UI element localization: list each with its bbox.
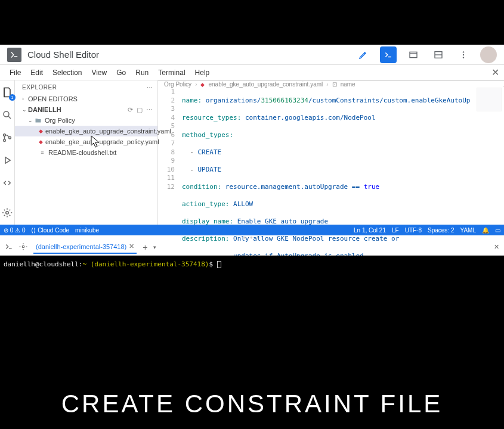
- status-problems[interactable]: ⊘ 0 ⚠ 0: [4, 227, 25, 234]
- menu-run[interactable]: Run: [131, 67, 153, 79]
- terminal-new-tab-icon[interactable]: +: [143, 243, 147, 252]
- menu-terminal[interactable]: Terminal: [153, 67, 190, 79]
- menu-file[interactable]: File: [5, 67, 26, 79]
- app-title: Cloud Shell Editor: [27, 49, 99, 60]
- explorer-panel: EXPLORER ⋯ › OPEN EDITORS ⌄ DANIELLH ⟳ ▢…: [15, 80, 158, 225]
- terminal-prompt-project: (daniellh-experimental-357418): [86, 260, 209, 268]
- breadcrumb-symbol[interactable]: name: [341, 81, 355, 88]
- explorer-more-icon[interactable]: ⋯: [147, 84, 153, 91]
- status-minikube[interactable]: minikube: [75, 227, 99, 234]
- svg-point-9: [6, 212, 9, 214]
- terminal-tab-menu-icon[interactable]: ▾: [153, 244, 156, 250]
- menu-help[interactable]: Help: [190, 67, 215, 79]
- workspace-label: DANIELLH: [28, 106, 61, 113]
- folder-label: Org Policy: [45, 117, 75, 124]
- menu-edit[interactable]: Edit: [26, 67, 48, 79]
- breadcrumb[interactable]: Org Policy › ◆ enable_gke_auto_upgrade_c…: [158, 81, 504, 88]
- more-icon[interactable]: [455, 46, 472, 63]
- open-editors-section[interactable]: › OPEN EDITORS: [15, 94, 157, 104]
- svg-point-7: [4, 139, 6, 142]
- close-icon[interactable]: ✕: [491, 67, 499, 78]
- terminal-cursor: [217, 261, 221, 268]
- svg-point-3: [463, 54, 464, 55]
- terminal-tab[interactable]: (daniellh-experimental-357418) ✕: [33, 240, 137, 254]
- terminal-settings-icon[interactable]: [19, 243, 27, 252]
- file-readme-txt[interactable]: ≡ README-cloudshell.txt: [15, 147, 157, 158]
- svg-point-2: [463, 51, 464, 52]
- menu-view[interactable]: View: [86, 67, 112, 79]
- file-label: enable_gke_auto_upgrade_constraint.yaml: [45, 128, 171, 135]
- terminal-tab-label: (daniellh-experimental-357418): [36, 243, 126, 250]
- svg-point-8: [9, 136, 11, 139]
- terminal-prompt-icon[interactable]: [5, 243, 13, 252]
- breadcrumb-folder[interactable]: Org Policy: [164, 81, 191, 88]
- folder-org-policy[interactable]: ⌄ Org Policy: [15, 115, 157, 126]
- terminal-prompt-user: daniellh@cloudshell:: [4, 260, 82, 268]
- terminal-icon[interactable]: [380, 46, 397, 63]
- video-caption: CREATE CONSTRAINT FILE: [0, 390, 504, 418]
- source-control-icon[interactable]: [0, 130, 14, 145]
- cloud-shell-logo: [7, 48, 21, 62]
- open-editors-label: OPEN EDITORS: [28, 95, 78, 102]
- new-folder-icon[interactable]: ▢: [137, 106, 143, 114]
- editor-area: ◆ enable_gke_auto_upgrade_constraint.yam…: [158, 80, 504, 225]
- layout-icon[interactable]: [430, 46, 447, 63]
- status-cloudcode[interactable]: ⟨⟩ Cloud Code: [31, 227, 69, 234]
- menu-selection[interactable]: Selection: [48, 67, 86, 79]
- svg-point-6: [4, 134, 6, 136]
- user-avatar[interactable]: [480, 46, 497, 63]
- file-label: enable_gke_auto_upgrade_policy.yaml: [45, 138, 159, 145]
- terminal-tab-close-icon[interactable]: ✕: [129, 243, 134, 250]
- cloud-code-icon[interactable]: [0, 176, 14, 190]
- collapse-icon[interactable]: ⋯: [146, 106, 153, 114]
- terminal-prompt-end: $: [209, 260, 213, 268]
- activity-bar: 1: [0, 80, 15, 225]
- file-constraint-yaml[interactable]: ◆ enable_gke_auto_upgrade_constraint.yam…: [15, 126, 157, 136]
- new-file-icon[interactable]: ⟳: [128, 106, 133, 114]
- svg-point-5: [4, 111, 9, 117]
- settings-icon[interactable]: [0, 206, 14, 220]
- search-icon[interactable]: [0, 108, 14, 122]
- menu-go[interactable]: Go: [112, 67, 131, 79]
- workspace-root[interactable]: ⌄ DANIELLH ⟳ ▢ ⋯: [15, 104, 157, 115]
- explorer-title: EXPLORER ⋯: [15, 80, 157, 94]
- file-policy-yaml[interactable]: ◆ enable_gke_auto_upgrade_policy.yaml: [15, 136, 157, 147]
- file-label: README-cloudshell.txt: [48, 149, 116, 156]
- explorer-icon[interactable]: 1: [0, 85, 14, 100]
- svg-point-4: [463, 57, 464, 58]
- header-bar: Cloud Shell Editor: [0, 45, 504, 65]
- pencil-icon[interactable]: [355, 46, 372, 63]
- menu-bar: File Edit Selection View Go Run Terminal…: [0, 65, 504, 80]
- svg-rect-0: [410, 52, 417, 57]
- debug-icon[interactable]: [0, 153, 14, 167]
- window-icon[interactable]: [405, 46, 422, 63]
- minimap[interactable]: [477, 88, 502, 111]
- breadcrumb-file[interactable]: enable_gke_auto_upgrade_constraint.yaml: [208, 81, 323, 88]
- terminal-body[interactable]: daniellh@cloudshell:~ (daniellh-experime…: [0, 256, 504, 429]
- svg-point-10: [22, 245, 24, 248]
